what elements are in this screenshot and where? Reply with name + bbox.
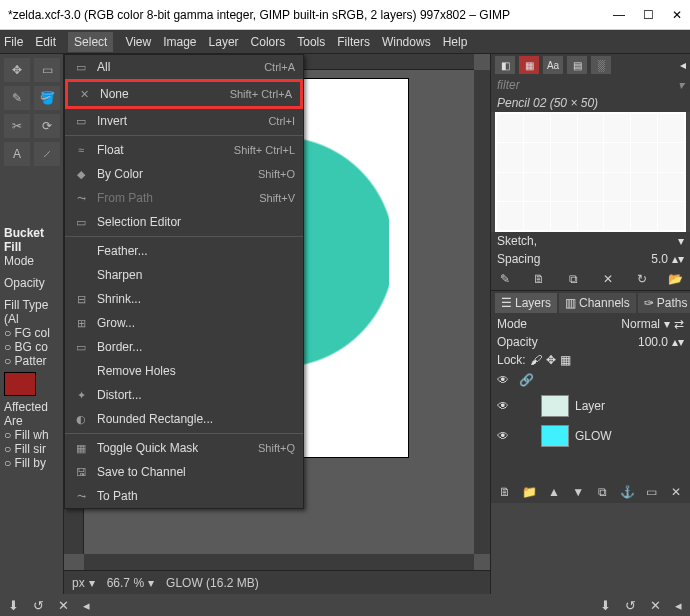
- mask-layer-icon[interactable]: ▭: [644, 485, 660, 499]
- brush-grid[interactable]: [495, 112, 686, 232]
- menu-windows[interactable]: Windows: [382, 35, 431, 49]
- zoom-value[interactable]: 66.7 %: [107, 576, 144, 590]
- menu-item-float[interactable]: ≈FloatShift+ Ctrl+L: [65, 138, 303, 162]
- layer-group-icon[interactable]: 📁: [521, 485, 537, 499]
- scrollbar-vertical[interactable]: [474, 70, 490, 554]
- sketch-selector[interactable]: Sketch,: [497, 234, 674, 248]
- dock-tab-icon[interactable]: ◧: [495, 56, 515, 74]
- menu-item-sharpen[interactable]: Sharpen: [65, 263, 303, 287]
- layer-mode-swap-icon[interactable]: ⇄: [674, 317, 684, 331]
- reset-2-icon[interactable]: ↺: [625, 598, 636, 613]
- minimize-button[interactable]: —: [613, 8, 625, 22]
- close-button[interactable]: ✕: [672, 8, 682, 22]
- layer-mode-value[interactable]: Normal: [621, 317, 660, 331]
- menu-2-icon[interactable]: ◂: [675, 598, 682, 613]
- rect-select-tool-icon[interactable]: ▭: [34, 58, 60, 82]
- edit-brush-icon[interactable]: ✎: [497, 272, 513, 286]
- menu-image[interactable]: Image: [163, 35, 196, 49]
- fg-option[interactable]: FG col: [15, 326, 50, 340]
- layer-name[interactable]: GLOW: [575, 429, 612, 443]
- crop-tool-icon[interactable]: ✂: [4, 114, 30, 138]
- spacing-stepper-icon[interactable]: ▴▾: [672, 252, 684, 266]
- delete-icon[interactable]: ✕: [58, 598, 69, 613]
- menu-item-selection-editor[interactable]: ▭Selection Editor: [65, 210, 303, 234]
- eye-icon[interactable]: 👁: [497, 429, 513, 443]
- lock-alpha-icon[interactable]: ▦: [560, 353, 571, 367]
- menu-file[interactable]: File: [4, 35, 23, 49]
- menu-item-grow-[interactable]: ⊞Grow...: [65, 311, 303, 335]
- menu-view[interactable]: View: [125, 35, 151, 49]
- pattern-option[interactable]: Patter: [15, 354, 47, 368]
- tab-layers[interactable]: ☰Layers: [495, 293, 557, 313]
- lock-move-icon[interactable]: ✥: [546, 353, 556, 367]
- tab-channels[interactable]: ▥Channels: [559, 293, 636, 313]
- chevron-down-icon[interactable]: ▾: [678, 78, 684, 92]
- menu-layer[interactable]: Layer: [209, 35, 239, 49]
- chevron-down-icon[interactable]: ▾: [664, 317, 670, 331]
- new-layer-icon[interactable]: 🗎: [497, 485, 513, 499]
- dock-tab-history-icon[interactable]: ▤: [567, 56, 587, 74]
- bg-option[interactable]: BG co: [15, 340, 48, 354]
- merge-layer-icon[interactable]: ⚓: [619, 485, 635, 499]
- refresh-brush-icon[interactable]: ↻: [634, 272, 650, 286]
- menu-item-shrink-[interactable]: ⊟Shrink...: [65, 287, 303, 311]
- reset-icon[interactable]: ↺: [33, 598, 44, 613]
- duplicate-brush-icon[interactable]: ⧉: [565, 272, 581, 286]
- move-tool-icon[interactable]: ✥: [4, 58, 30, 82]
- pattern-swatch[interactable]: [4, 372, 36, 396]
- chevron-down-icon[interactable]: ▾: [678, 234, 684, 248]
- dock-tab-brushes-icon[interactable]: ▦: [519, 56, 539, 74]
- eye-icon[interactable]: 👁: [497, 399, 513, 413]
- menu-item-by-color[interactable]: ◆By ColorShift+O: [65, 162, 303, 186]
- layer-name[interactable]: Layer: [575, 399, 605, 413]
- menu-item-save-to-channel[interactable]: 🖫Save to Channel: [65, 460, 303, 484]
- fill-similar-option[interactable]: Fill sir: [15, 442, 46, 456]
- menu-colors[interactable]: Colors: [251, 35, 286, 49]
- menubar[interactable]: File Edit Select View Image Layer Colors…: [0, 30, 690, 54]
- bucket-tool-icon[interactable]: 🪣: [34, 86, 60, 110]
- menu-help[interactable]: Help: [443, 35, 468, 49]
- dock-tab-pattern-icon[interactable]: ░: [591, 56, 611, 74]
- measure-tool-icon[interactable]: ⟋: [34, 142, 60, 166]
- menu-item-distort-[interactable]: ✦Distort...: [65, 383, 303, 407]
- fill-by-option[interactable]: Fill by: [15, 456, 46, 470]
- fill-whole-option[interactable]: Fill wh: [15, 428, 49, 442]
- rotate-tool-icon[interactable]: ⟳: [34, 114, 60, 138]
- text-tool-icon[interactable]: A: [4, 142, 30, 166]
- download-2-icon[interactable]: ⬇: [600, 598, 611, 613]
- menu-item-rounded-rectangle-[interactable]: ◐Rounded Rectangle...: [65, 407, 303, 431]
- menu-item-remove-holes[interactable]: Remove Holes: [65, 359, 303, 383]
- layer-opacity-value[interactable]: 100.0: [638, 335, 668, 349]
- menu-item-border-[interactable]: ▭Border...: [65, 335, 303, 359]
- menu-select[interactable]: Select: [68, 32, 113, 52]
- menu-item-to-path[interactable]: ⤳To Path: [65, 484, 303, 508]
- menu-item-all[interactable]: ▭AllCtrl+A: [65, 55, 303, 79]
- menu-icon[interactable]: ◂: [83, 598, 90, 613]
- unit-selector[interactable]: px: [72, 576, 85, 590]
- tab-paths[interactable]: ✑Paths: [638, 293, 690, 313]
- opacity-stepper-icon[interactable]: ▴▾: [672, 335, 684, 349]
- layer-down-icon[interactable]: ▼: [570, 485, 586, 499]
- brush-filter-input[interactable]: filter: [497, 78, 520, 92]
- download-icon[interactable]: ⬇: [8, 598, 19, 613]
- new-brush-icon[interactable]: 🗎: [531, 272, 547, 286]
- spacing-value[interactable]: 5.0: [651, 252, 668, 266]
- scrollbar-horizontal[interactable]: [84, 554, 474, 570]
- menu-item-feather-[interactable]: Feather...: [65, 239, 303, 263]
- menu-tools[interactable]: Tools: [297, 35, 325, 49]
- delete-2-icon[interactable]: ✕: [650, 598, 661, 613]
- delete-brush-icon[interactable]: ✕: [600, 272, 616, 286]
- layer-up-icon[interactable]: ▲: [546, 485, 562, 499]
- lock-paint-icon[interactable]: 🖌: [530, 353, 542, 367]
- maximize-button[interactable]: ☐: [643, 8, 654, 22]
- delete-layer-icon[interactable]: ✕: [668, 485, 684, 499]
- menu-item-none[interactable]: ✕NoneShift+ Ctrl+A: [65, 79, 303, 109]
- duplicate-layer-icon[interactable]: ⧉: [595, 485, 611, 499]
- dock-tab-fonts-icon[interactable]: Aa: [543, 56, 563, 74]
- menu-item-toggle-quick-mask[interactable]: ▦Toggle Quick MaskShift+Q: [65, 436, 303, 460]
- layer-row[interactable]: 👁GLOW: [491, 421, 690, 451]
- layer-row[interactable]: 👁Layer: [491, 391, 690, 421]
- dock-menu-icon[interactable]: ◂: [680, 58, 686, 72]
- menu-edit[interactable]: Edit: [35, 35, 56, 49]
- menu-filters[interactable]: Filters: [337, 35, 370, 49]
